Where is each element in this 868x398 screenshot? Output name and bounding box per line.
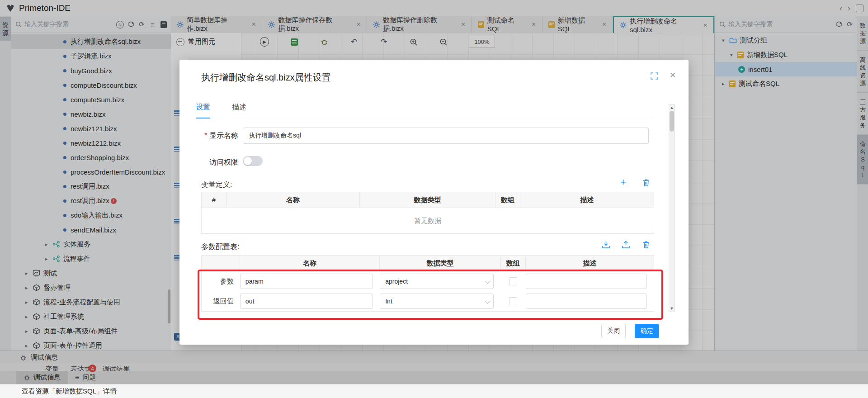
access-toggle[interactable] — [243, 156, 263, 166]
param-desc-input[interactable] — [526, 274, 647, 289]
delete-variable-icon[interactable] — [642, 179, 651, 187]
dialog-title: 执行增删改命名sql.bizx属性设置 — [201, 71, 331, 84]
status-text: 查看资源「新增数据SQL」详情 — [22, 387, 117, 396]
scrollbar-thumb[interactable] — [670, 111, 674, 132]
params-col-header — [202, 256, 240, 271]
delete-params-icon[interactable] — [642, 241, 651, 249]
display-name-label: 显示名称 — [189, 131, 238, 141]
param-row-返回值: 返回值outInt — [202, 291, 654, 311]
param-array-checkbox[interactable] — [509, 297, 517, 305]
export-params-icon[interactable] — [622, 241, 630, 249]
variables-section-label: 变量定义: — [201, 180, 232, 190]
add-variable-icon[interactable]: + — [619, 178, 627, 187]
param-row-参数: 参数paramaproject — [202, 271, 654, 291]
param-row-label: 参数 — [202, 277, 240, 286]
ok-button[interactable]: 确定 — [635, 324, 659, 338]
param-type-select[interactable]: aproject — [380, 274, 494, 289]
dialog-scrollbar[interactable]: ▲ ▼ — [669, 104, 675, 312]
variables-col-header: 名称 — [226, 192, 360, 208]
chevron-down-icon — [485, 298, 491, 304]
param-row-label: 返回值 — [202, 297, 240, 306]
display-name-input[interactable]: 执行增删改命名sql — [243, 128, 649, 144]
param-name-input[interactable]: out — [240, 294, 373, 309]
params-table: 名称数据类型数组描述 参数paramaproject返回值outInt — [201, 255, 654, 312]
scroll-down-icon[interactable]: ▼ — [669, 306, 675, 311]
chevron-down-icon — [485, 278, 491, 284]
variables-col-header: 数据类型 — [360, 192, 495, 208]
params-col-header: 数组 — [501, 256, 526, 271]
variables-col-header: 描述 — [520, 192, 654, 208]
close-icon[interactable]: ✕ — [670, 71, 676, 80]
access-label: 访问权限 — [189, 158, 238, 167]
scroll-up-icon[interactable]: ▲ — [669, 105, 675, 110]
param-array-checkbox[interactable] — [509, 277, 517, 285]
params-section-label: 参数配置表: — [201, 242, 239, 252]
properties-dialog: 执行增删改命名sql.bizx属性设置 ✕ 设置 描述 显示名称 执行增删改命名… — [179, 60, 689, 345]
param-name-input[interactable]: param — [240, 274, 373, 289]
status-bar: 查看资源「新增数据SQL」详情 — [0, 384, 868, 398]
params-col-header: 描述 — [526, 256, 654, 271]
variables-col-header: # — [202, 192, 226, 208]
params-col-header: 名称 — [240, 256, 380, 271]
import-params-icon[interactable] — [602, 241, 610, 249]
param-desc-input[interactable] — [526, 294, 647, 309]
close-button[interactable]: 关闭 — [601, 324, 626, 338]
variables-table: #名称数据类型数组描述 暂无数据 — [201, 192, 654, 234]
params-col-header: 数据类型 — [380, 256, 500, 271]
variables-col-header: 数组 — [495, 192, 520, 208]
maximize-icon[interactable] — [651, 72, 658, 80]
param-type-select[interactable]: Int — [380, 294, 494, 309]
tab-divider — [196, 116, 654, 116]
empty-state: 暂无数据 — [202, 208, 654, 233]
